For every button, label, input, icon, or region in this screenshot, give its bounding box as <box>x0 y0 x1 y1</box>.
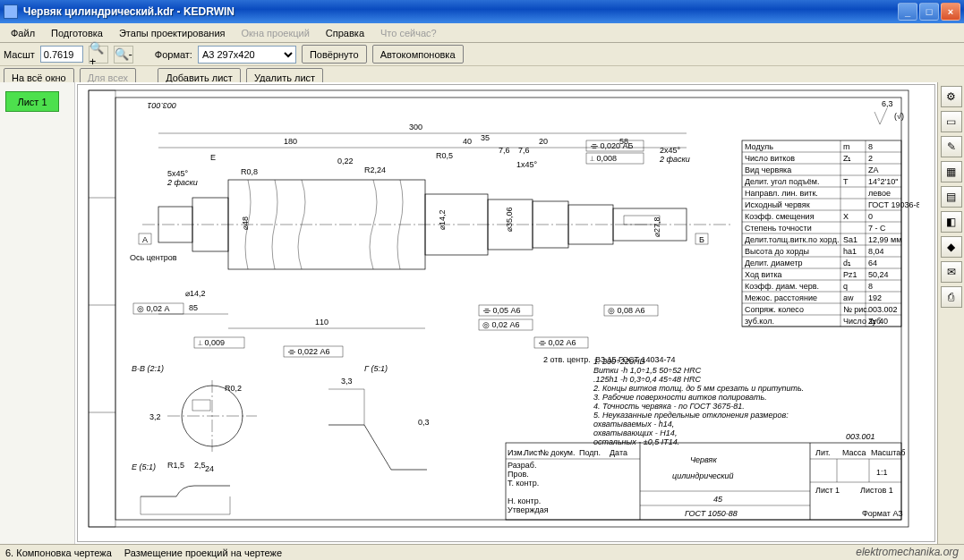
zoom-in-icon: 🔍+ <box>90 41 107 68</box>
menu-help[interactable]: Справка <box>319 26 371 40</box>
format-select[interactable]: А3 297x420 <box>198 46 296 64</box>
svg-text:Т. контр.: Т. контр. <box>508 479 539 488</box>
svg-text:50,24: 50,24 <box>868 270 889 279</box>
svg-text:Лист: Лист <box>524 448 542 457</box>
svg-text:003.001: 003.001 <box>147 101 176 110</box>
svg-text:q: q <box>843 282 848 291</box>
rotate-button[interactable]: Повёрнуто <box>302 45 367 64</box>
svg-text:Ось
центров: Ось центров <box>130 253 177 262</box>
svg-text:Коэфф. смещения: Коэфф. смещения <box>745 212 815 221</box>
window-title: Червяк цилиндрический.kdr - KEDRWIN <box>23 5 898 18</box>
tool-icon-7[interactable]: ◆ <box>941 236 962 258</box>
app-icon <box>4 4 18 19</box>
svg-text:180: 180 <box>284 137 297 146</box>
svg-text:20: 20 <box>539 137 548 146</box>
watermark: elektromechanika.org <box>856 546 959 558</box>
workspace: Лист 1 003.001 6,3 (√) 300 180 40 <box>0 82 964 544</box>
status-left: 6. Компоновка чертежа <box>5 547 112 558</box>
svg-text:8,04: 8,04 <box>868 247 884 256</box>
right-toolbar: ⚙ ▭ ✎ ▦ ▤ ◧ ◆ ✉ ⎙ <box>937 82 964 544</box>
svg-text:⌀14,2: ⌀14,2 <box>438 209 447 230</box>
svg-text:85: 85 <box>189 303 198 312</box>
tool-icon-3[interactable]: ✎ <box>941 136 962 157</box>
tool-icon-5[interactable]: ▤ <box>941 186 962 208</box>
svg-text:5x45°: 5x45° <box>167 169 189 178</box>
maximize-button[interactable]: □ <box>919 3 939 21</box>
scale-label: Масшт <box>4 49 35 60</box>
svg-text:45: 45 <box>713 495 723 504</box>
status-right: Размещение проекций на чертеже <box>124 547 282 558</box>
menu-bar: Файл Подготовка Этапы проектирования Окн… <box>0 23 964 43</box>
svg-text:Н. контр.: Н. контр. <box>508 496 541 505</box>
svg-text:(√): (√) <box>894 112 904 121</box>
svg-text:Дата: Дата <box>610 448 627 457</box>
svg-text:ha1: ha1 <box>843 247 857 256</box>
left-dock: Лист 1 <box>0 82 75 544</box>
svg-text:d₁: d₁ <box>843 259 851 267</box>
svg-text:Формат АЗ: Формат АЗ <box>862 509 903 518</box>
svg-text:Направл. лин. витк.: Направл. лин. витк. <box>745 189 818 198</box>
close-button[interactable]: × <box>941 3 960 21</box>
svg-text:охватывающих - H14,: охватывающих - H14, <box>593 428 677 437</box>
zoom-in-button[interactable]: 🔍+ <box>89 46 108 64</box>
svg-text:№ рис.: № рис. <box>843 305 869 314</box>
svg-text:Утверждая: Утверждая <box>508 505 549 514</box>
tool-icon-6[interactable]: ◧ <box>941 211 962 233</box>
minimize-button[interactable]: _ <box>898 3 917 21</box>
svg-text:R2,24: R2,24 <box>364 165 386 174</box>
svg-text:8: 8 <box>868 142 873 151</box>
svg-rect-190 <box>89 90 115 527</box>
svg-text:1x45°: 1x45° <box>516 160 538 169</box>
svg-text:◎ 0,02  А6: ◎ 0,02 А6 <box>482 320 520 329</box>
toolbar-row-1: Масшт 🔍+ 🔍- Формат: А3 297x420 Повёрнуто… <box>0 43 964 66</box>
menu-prep[interactable]: Подготовка <box>44 26 110 40</box>
menu-file[interactable]: Файл <box>4 26 42 40</box>
svg-text:24: 24 <box>205 464 214 473</box>
svg-text:7 - С: 7 - С <box>868 224 886 233</box>
tool-icon-1[interactable]: ⚙ <box>941 86 962 107</box>
tool-icon-8[interactable]: ✉ <box>941 261 962 283</box>
svg-text:Е: Е <box>210 153 216 162</box>
svg-text:Делит.толщ.витк.по хорд.: Делит.толщ.витк.по хорд. <box>745 235 839 244</box>
svg-text:2: 2 <box>868 154 873 163</box>
svg-text:Листов 1: Листов 1 <box>860 486 893 495</box>
svg-text:Исходный червяк: Исходный червяк <box>745 200 810 209</box>
svg-text:R1,5: R1,5 <box>167 461 184 470</box>
svg-text:зуб.кол.: зуб.кол. <box>745 317 774 326</box>
svg-text:Г  (5:1): Г (5:1) <box>364 364 388 373</box>
svg-text:40: 40 <box>463 137 472 146</box>
tool-icon-2[interactable]: ▭ <box>941 111 962 132</box>
svg-text:Sa1: Sa1 <box>843 235 857 244</box>
menu-projwin: Окна проекций <box>235 26 317 40</box>
svg-text:Делит. угол подъём.: Делит. угол подъём. <box>745 177 819 186</box>
svg-text:Модуль: Модуль <box>745 142 773 151</box>
svg-text:2. Концы витков толщ. до 5 мм : 2. Концы витков толщ. до 5 мм срезать и … <box>593 384 804 393</box>
svg-text:3,3: 3,3 <box>341 377 353 386</box>
menu-stages[interactable]: Этапы проектирования <box>112 26 233 40</box>
svg-text:остальных        - ±0,5 IT14.: остальных - ±0,5 IT14. <box>593 437 679 446</box>
svg-text:Изм.: Изм. <box>508 448 525 457</box>
tool-icon-4[interactable]: ▦ <box>941 161 962 182</box>
format-label: Формат: <box>155 49 192 60</box>
tool-icon-9[interactable]: ⎙ <box>941 286 962 308</box>
scale-input[interactable] <box>40 46 83 63</box>
autolayout-button[interactable]: Автокомпоновка <box>372 45 464 64</box>
svg-text:Пров.: Пров. <box>508 470 529 479</box>
svg-text:0,22: 0,22 <box>337 157 354 165</box>
svg-text:Делит. диаметр: Делит. диаметр <box>745 259 803 267</box>
svg-text:6,3: 6,3 <box>882 99 893 108</box>
svg-text:Лит.: Лит. <box>815 448 831 457</box>
drawing-canvas[interactable]: 003.001 6,3 (√) 300 180 40 20 58 <box>77 84 935 542</box>
svg-text:левое: левое <box>868 189 891 198</box>
svg-text:8: 8 <box>868 282 873 291</box>
svg-text:2 фаски: 2 фаски <box>166 178 198 187</box>
svg-text:7,6: 7,6 <box>518 146 530 155</box>
svg-text:12,99 мм: 12,99 мм <box>868 235 901 244</box>
zoom-out-button[interactable]: 🔍- <box>114 46 133 64</box>
svg-text:⌯ 0,05  А6: ⌯ 0,05 А6 <box>482 306 521 315</box>
svg-text:35: 35 <box>481 133 490 142</box>
svg-text:◎ 0,02  А: ◎ 0,02 А <box>137 304 170 313</box>
svg-text:.125h1 -h 0,3÷0,4  45÷48 HRC: .125h1 -h 0,3÷0,4 45÷48 HRC <box>593 375 701 384</box>
sheet-tab-1[interactable]: Лист 1 <box>5 91 59 112</box>
svg-text:⌀14,2: ⌀14,2 <box>185 289 206 298</box>
